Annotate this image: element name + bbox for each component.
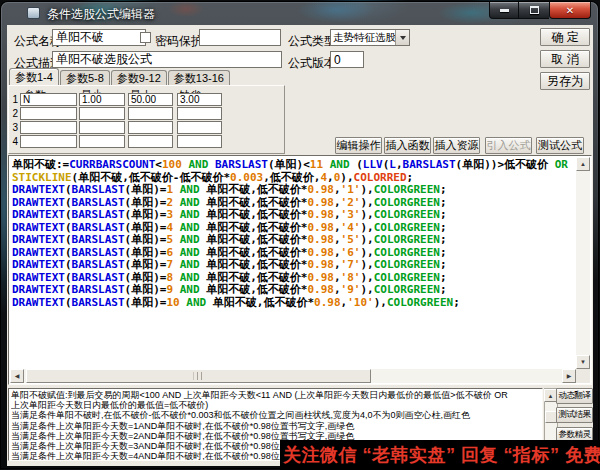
save-as-button[interactable]: 另存为 xyxy=(540,72,590,90)
screen: 条件选股公式编辑器 ✕ 公式名称 密码保护 公式类型 xyxy=(0,0,600,470)
tab-params-1-4[interactable]: 参数1-4 xyxy=(9,68,59,85)
tab-params-5-8[interactable]: 参数5-8 xyxy=(60,70,110,85)
param-input[interactable] xyxy=(79,135,125,148)
maximize-button[interactable] xyxy=(519,2,549,19)
scrollbar-corner xyxy=(576,369,590,383)
scroll-up-icon[interactable]: ▲ xyxy=(576,157,590,171)
code-area[interactable]: 单阳不破:=CURRBARSCOUNT<100 AND BARSLAST(单阳)… xyxy=(12,159,575,368)
translation-line: 上次单阳距今天数日内最低价的最低值=低不破价) xyxy=(11,400,540,410)
param-input[interactable] xyxy=(177,107,222,120)
param-input[interactable] xyxy=(20,135,77,148)
param-input[interactable] xyxy=(20,93,77,106)
test-formula-button[interactable]: 测试公式 xyxy=(536,137,584,154)
formula-version-input[interactable] xyxy=(330,51,364,68)
code-vscrollbar[interactable]: ▲ ▼ xyxy=(576,157,590,369)
param-input[interactable] xyxy=(128,135,173,148)
code-line: DRAWTEXT(BARSLAST(单阳)=10 AND 单阳不破,低不破价*0… xyxy=(12,297,575,310)
code-editor[interactable]: 单阳不破:=CURRBARSCOUNT<100 AND BARSLAST(单阳)… xyxy=(8,155,592,385)
tab-params-9-12[interactable]: 参数9-12 xyxy=(111,70,167,85)
scroll-left-icon[interactable]: ◀ xyxy=(10,369,24,383)
param-input[interactable] xyxy=(79,107,125,120)
code-hscrollbar[interactable]: ◀ ▶ xyxy=(10,369,576,383)
param-input[interactable] xyxy=(128,93,173,106)
minimize-icon xyxy=(500,9,509,12)
tab-params-13-16[interactable]: 参数13-16 xyxy=(168,70,230,85)
param-panel: 参数 最小 最大 缺省 1 2 3 4 xyxy=(8,85,285,154)
test-result-button[interactable]: 测试结果 xyxy=(556,407,593,423)
insert-resource-button[interactable]: 插入资源 xyxy=(433,137,480,154)
hscroll-thumb[interactable] xyxy=(26,369,371,383)
param-tabs: 参数1-4 参数5-8 参数9-12 参数13-16 xyxy=(9,68,231,85)
formula-type-dropdown[interactable]: 走势特征选股 xyxy=(330,29,410,46)
formula-version-label: 公式版本 xyxy=(288,55,336,72)
translation-line: 当满足条件上次单阳距今天数=1AND单阳不破时,在低不破价*0.98位置书写文字… xyxy=(11,421,540,431)
dropdown-button[interactable] xyxy=(395,30,409,45)
formula-editor-window: 条件选股公式编辑器 ✕ 公式名称 密码保护 公式类型 xyxy=(1,2,598,468)
watermark-banner: 关注微信 “老韩实盘” 回复 “指标” 免费领 xyxy=(280,440,600,470)
param-row-index: 3 xyxy=(10,122,18,133)
param-input[interactable] xyxy=(20,121,77,134)
param-input[interactable] xyxy=(177,121,222,134)
cancel-button[interactable]: 取 消 xyxy=(540,50,590,68)
ok-button[interactable]: 确 定 xyxy=(540,28,590,46)
window-title: 条件选股公式编辑器 xyxy=(47,6,155,23)
scroll-down-icon[interactable]: ▼ xyxy=(576,355,590,369)
param-input[interactable] xyxy=(79,121,125,134)
titlebar[interactable]: 条件选股公式编辑器 ✕ xyxy=(1,2,598,25)
param-input[interactable] xyxy=(177,93,222,106)
param-input[interactable] xyxy=(128,107,173,120)
dynamic-translate-button[interactable]: 动态翻译 xyxy=(556,388,593,404)
password-protect-checkbox[interactable] xyxy=(140,32,151,43)
code-line: 单阳不破:=CURRBARSCOUNT<100 AND BARSLAST(单阳)… xyxy=(12,159,575,172)
thumb-grip-icon xyxy=(193,372,204,380)
close-button[interactable]: ✕ xyxy=(549,2,591,19)
translation-line: 单阳不破赋值:到最后交易的周期<100 AND 上次单阳距今天数<11 AND … xyxy=(11,390,540,400)
scroll-right-icon[interactable]: ▶ xyxy=(562,369,576,383)
import-formula-button: 引入公式 xyxy=(485,137,532,154)
param-input[interactable] xyxy=(177,135,222,148)
param-row-index: 2 xyxy=(10,108,18,119)
window-icon xyxy=(27,7,40,19)
window-controls: ✕ xyxy=(489,2,591,19)
close-icon: ✕ xyxy=(566,5,574,16)
param-row-index: 4 xyxy=(10,136,18,147)
formula-name-input[interactable] xyxy=(52,29,146,46)
edit-operations-button[interactable]: 编辑操作 xyxy=(335,137,382,154)
formula-type-label: 公式类型 xyxy=(288,33,336,50)
param-row-index: 1 xyxy=(10,94,18,105)
param-input[interactable] xyxy=(79,93,125,106)
insert-function-button[interactable]: 插入函数 xyxy=(384,137,431,154)
chevron-down-icon xyxy=(400,36,406,43)
param-input[interactable] xyxy=(128,121,173,134)
password-input[interactable] xyxy=(199,29,281,46)
formula-desc-input[interactable] xyxy=(52,51,282,68)
translation-line: 当满足条件单阳不破时,在低不破价-低不破价*0.003和低不破价位置之间画柱状线… xyxy=(11,410,540,420)
param-input[interactable] xyxy=(20,107,77,120)
password-protect-label: 密码保护 xyxy=(155,33,203,50)
minimize-button[interactable] xyxy=(489,2,519,19)
client-area: 公式名称 密码保护 公式类型 走势特征选股 确 定 公式描述 公式版本 取 消 … xyxy=(7,25,593,466)
formula-type-value: 走势特征选股 xyxy=(331,30,395,45)
maximize-icon xyxy=(530,6,539,14)
